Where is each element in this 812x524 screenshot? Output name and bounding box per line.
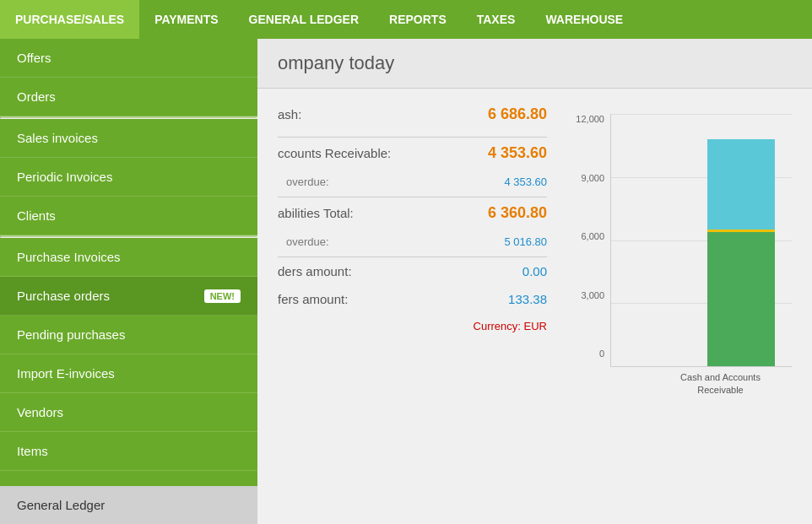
- nav-taxes[interactable]: TAXES: [462, 0, 531, 39]
- sidebar-item-pending-purchases[interactable]: Pending purchases: [0, 316, 257, 354]
- y-label-9000: 9,000: [572, 173, 604, 183]
- content-body: ash: 6 686.80 ccounts Receivable: 4 353.…: [257, 89, 812, 418]
- cash-value: 6 686.80: [488, 105, 547, 123]
- sidebar-item-offers[interactable]: Offers: [0, 39, 257, 78]
- chart-x-label: Cash and AccountsReceivable: [649, 371, 792, 396]
- nav-purchase-sales[interactable]: PURCHASE/SALES: [0, 0, 139, 39]
- sidebar-item-sales-invoices[interactable]: Sales invoices: [0, 119, 257, 158]
- liabilities-overdue-label: overdue:: [286, 235, 329, 248]
- sidebar-item-general-ledger[interactable]: General Ledger: [0, 486, 257, 524]
- top-navigation: PURCHASE/SALES PAYMENTS GENERAL LEDGER R…: [0, 0, 812, 39]
- sidebar-item-items[interactable]: Items: [0, 432, 257, 471]
- receivable-value: 4 353.60: [488, 144, 547, 162]
- receivable-row: ccounts Receivable: 4 353.60: [278, 144, 547, 162]
- sidebar-item-orders[interactable]: Orders: [0, 78, 257, 116]
- chart-bar-group: [707, 139, 775, 366]
- liabilities-overdue-row: overdue: 5 016.80: [278, 235, 547, 248]
- bar-bottom-green: [707, 232, 775, 366]
- receivable-overdue-row: overdue: 4 353.60: [278, 176, 547, 188]
- offers-label: fers amount:: [278, 292, 348, 306]
- receivable-overdue-label: overdue:: [286, 176, 329, 188]
- offers-row: fers amount: 133.38: [278, 292, 547, 306]
- y-label-12000: 12,000: [572, 114, 604, 124]
- page-title: ompany today: [257, 39, 812, 89]
- receivable-overdue-value: 4 353.60: [504, 176, 547, 188]
- chart-bars-area: Cash and AccountsReceivable: [610, 114, 792, 367]
- bar-chart: 12,000 9,000 6,000 3,000 0: [572, 114, 792, 401]
- nav-warehouse[interactable]: WAREHOUSE: [530, 0, 638, 39]
- offers-value: 133.38: [508, 292, 547, 306]
- y-label-6000: 6,000: [572, 231, 604, 241]
- sidebar-item-purchase-invoices[interactable]: Purchase Invoices: [0, 238, 257, 277]
- divider-3: [278, 257, 547, 257]
- liabilities-row: abilities Total: 6 360.80: [278, 204, 547, 222]
- chart-panel: 12,000 9,000 6,000 3,000 0: [572, 105, 792, 401]
- sidebar-item-vendors[interactable]: Vendors: [0, 393, 257, 432]
- orders-value: 0.00: [522, 264, 547, 278]
- cash-row: ash: 6 686.80: [278, 105, 547, 123]
- receivable-label: ccounts Receivable:: [278, 146, 391, 160]
- sidebar-item-import-einvoices[interactable]: Import E-invoices: [0, 354, 257, 393]
- sidebar-bottom: General Ledger: [0, 486, 257, 524]
- nav-reports[interactable]: REPORTS: [374, 0, 462, 39]
- liabilities-overdue-value: 5 016.80: [504, 235, 547, 248]
- y-label-0: 0: [572, 348, 604, 359]
- grid-line-top: [611, 114, 792, 115]
- stats-panel: ash: 6 686.80 ccounts Receivable: 4 353.…: [278, 105, 547, 401]
- sidebar-item-purchase-orders[interactable]: Purchase orders NEW!: [0, 277, 257, 316]
- nav-payments[interactable]: PAYMENTS: [139, 0, 233, 39]
- currency-note: Currency: EUR: [278, 320, 547, 332]
- sidebar: Offers Orders Sales invoices Periodic In…: [0, 39, 257, 524]
- liabilities-value: 6 360.80: [488, 204, 547, 222]
- bar-top-cyan: [707, 139, 775, 230]
- chart-y-labels: 12,000 9,000 6,000 3,000 0: [572, 114, 604, 367]
- y-label-3000: 3,000: [572, 290, 604, 300]
- sidebar-item-clients[interactable]: Clients: [0, 197, 257, 235]
- sidebar-item-periodic-invoices[interactable]: Periodic Invoices: [0, 158, 257, 197]
- cash-label: ash:: [278, 107, 301, 122]
- new-badge: NEW!: [204, 289, 241, 303]
- orders-row: ders amount: 0.00: [278, 264, 547, 278]
- divider-2: [278, 197, 547, 197]
- content-area: ompany today ash: 6 686.80 ccounts Recei…: [257, 39, 812, 524]
- main-layout: Offers Orders Sales invoices Periodic In…: [0, 39, 812, 524]
- divider-1: [278, 137, 547, 138]
- liabilities-label: abilities Total:: [278, 206, 354, 220]
- nav-general-ledger[interactable]: GENERAL LEDGER: [234, 0, 374, 39]
- orders-label: ders amount:: [278, 264, 352, 278]
